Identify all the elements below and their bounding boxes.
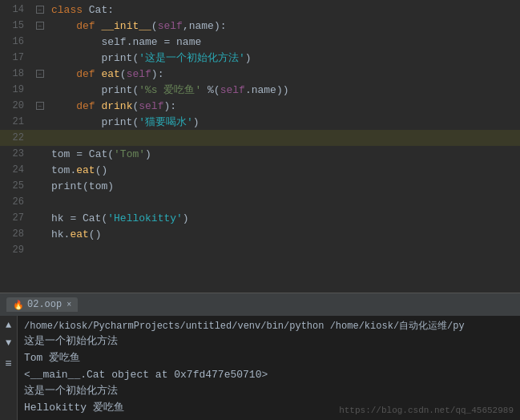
code-line: 18− def eat(self):	[0, 66, 520, 82]
code-line: 22	[0, 130, 520, 146]
code-line: 15− def __init__(self,name):	[0, 18, 520, 34]
code-editor: 14−class Cat:15− def __init__(self,name)…	[0, 0, 520, 293]
line-content: print('猫要喝水')	[48, 115, 520, 129]
watermark: https://blog.csdn.net/qq_45652989	[339, 404, 514, 418]
scroll-up-button[interactable]: ▲	[2, 319, 15, 332]
line-content: tom = Cat('Tom')	[48, 148, 520, 160]
terminal-output-line: 这是一个初始化方法	[24, 383, 514, 400]
line-number: 21	[0, 116, 32, 127]
code-line: 23tom = Cat('Tom')	[0, 146, 520, 162]
code-line: 20− def drink(self):	[0, 98, 520, 114]
line-content: class Cat:	[48, 4, 520, 16]
line-content: def drink(self):	[48, 100, 520, 112]
line-content: print('这是一个初始化方法')	[48, 50, 520, 65]
fold-icon[interactable]: −	[36, 6, 44, 14]
line-content: print('%s 爱吃鱼' %(self.name))	[48, 83, 520, 97]
terminal-output-line: <__main__.Cat object at 0x7fd477e50710>	[24, 367, 514, 384]
line-content	[48, 244, 520, 256]
line-number: 27	[0, 212, 32, 224]
code-lines: 14−class Cat:15− def __init__(self,name)…	[0, 0, 520, 258]
line-content: def eat(self):	[48, 68, 520, 80]
line-content	[48, 196, 520, 208]
code-line: 21 print('猫要喝水')	[0, 114, 520, 130]
line-content: tom.eat()	[48, 164, 520, 176]
line-number: 15	[0, 20, 32, 31]
terminal-path: /home/kiosk/PycharmProjects/untitled/ven…	[24, 319, 514, 333]
line-gutter: −	[32, 22, 48, 30]
line-number: 17	[0, 52, 32, 63]
code-line: 27hk = Cat('Hellokitty')	[0, 210, 520, 226]
terminal-area: 🔥 02.oop × ▲ ▼ ≡ /home/kiosk/PycharmProj…	[0, 293, 520, 420]
terminal-content-wrapper: ▲ ▼ ≡ /home/kiosk/PycharmProjects/untitl…	[0, 316, 520, 420]
line-number: 28	[0, 228, 32, 240]
line-content	[48, 132, 520, 144]
line-number: 23	[0, 148, 32, 160]
fold-icon[interactable]: −	[36, 22, 44, 30]
line-content: hk = Cat('Hellokitty')	[48, 212, 520, 224]
line-content: print(tom)	[48, 180, 520, 192]
line-gutter: −	[32, 102, 48, 110]
terminal-tab[interactable]: 🔥 02.oop ×	[6, 297, 78, 312]
fold-icon[interactable]: −	[36, 102, 44, 110]
fire-icon: 🔥	[13, 300, 24, 310]
line-number: 19	[0, 84, 32, 95]
code-line: 14−class Cat:	[0, 2, 520, 18]
terminal-output-line: Tom 爱吃鱼	[24, 350, 514, 367]
line-content: self.name = name	[48, 36, 520, 48]
terminal-sidebar: ▲ ▼ ≡	[0, 316, 18, 420]
line-number: 24	[0, 164, 32, 176]
terminal-tab-bar: 🔥 02.oop ×	[0, 293, 520, 316]
line-number: 29	[0, 244, 32, 256]
fold-icon[interactable]: −	[36, 70, 44, 78]
line-number: 26	[0, 196, 32, 208]
line-content: def __init__(self,name):	[48, 20, 520, 32]
code-line: 28hk.eat()	[0, 226, 520, 242]
line-number: 20	[0, 100, 32, 111]
line-number: 22	[0, 132, 32, 143]
terminal-output: /home/kiosk/PycharmProjects/untitled/ven…	[18, 316, 520, 420]
code-line: 16 self.name = name	[0, 34, 520, 50]
scroll-down-button[interactable]: ▼	[2, 337, 15, 349]
terminal-action-button[interactable]: ≡	[2, 357, 15, 370]
terminal-close-button[interactable]: ×	[67, 301, 71, 309]
line-number: 25	[0, 180, 32, 192]
line-gutter: −	[32, 6, 48, 14]
terminal-tab-label: 02.oop	[27, 299, 62, 310]
line-number: 18	[0, 68, 32, 79]
code-line: 25print(tom)	[0, 178, 520, 194]
code-line: 19 print('%s 爱吃鱼' %(self.name))	[0, 82, 520, 98]
code-line: 26	[0, 194, 520, 210]
code-line: 17 print('这是一个初始化方法')	[0, 50, 520, 66]
code-line: 29	[0, 242, 520, 258]
line-number: 16	[0, 36, 32, 47]
line-number: 14	[0, 4, 32, 15]
line-gutter: −	[32, 70, 48, 78]
code-line: 24tom.eat()	[0, 162, 520, 178]
terminal-output-line: 这是一个初始化方法	[24, 333, 514, 350]
line-content: hk.eat()	[48, 228, 520, 240]
